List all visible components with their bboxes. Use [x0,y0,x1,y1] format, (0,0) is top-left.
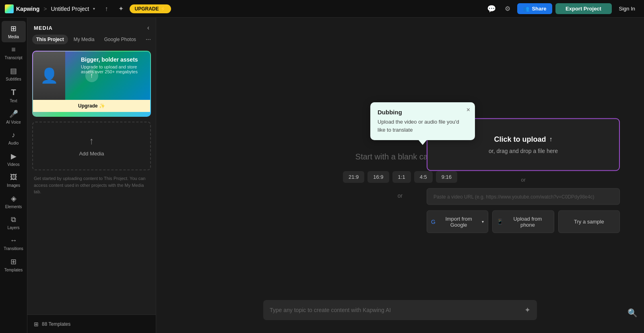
templates-count-bar: ⊞ 88 Templates [27,314,156,333]
add-media-label: Add Media [79,151,104,157]
share-button[interactable]: 👥 Share [517,3,552,14]
sidebar-text-label: Text [10,99,17,103]
tab-this-project[interactable]: This Project [32,35,68,44]
sidebar-item-transitions[interactable]: ↔ Transitions [2,233,26,254]
sidebar-item-aivoice[interactable]: 🎤 AI Voice [2,106,26,128]
aivoice-icon: 🎤 [9,110,18,118]
upgrade-card-inner: 👤 ↑ Bigger, bolder assets Upgrade to upl… [33,52,150,116]
transcript-icon: ≡ [11,46,16,54]
or-separator: or [398,192,402,199]
media-hint: Get started by uploading content to This… [32,175,151,195]
upgrade-button[interactable]: UPGRADE ⚡ [130,4,171,13]
tab-my-media[interactable]: My Media [70,35,99,44]
templates-grid-icon: ⊞ [34,321,39,327]
media-panel-title: MEDIA [34,25,53,31]
breadcrumb-sep: > [43,6,47,12]
ratio-1-1[interactable]: 1:1 [392,171,411,183]
sidebar-audio-label: Audio [8,141,19,145]
media-collapse-button[interactable]: ‹ [147,24,149,31]
ai-input-placeholder: Type any topic to create content with Ka… [270,307,391,313]
kapwing-logo-icon [5,4,14,13]
upgrade-card-button[interactable]: Upgrade ✨ [33,100,150,112]
share-icon: 👥 [523,6,529,12]
sidebar-item-transcript[interactable]: ≡ Transcript [2,42,26,63]
or-text-upload: or [521,176,526,182]
logo: Kapwing [5,4,39,13]
transitions-icon: ↔ [10,236,17,245]
tab-google-photos[interactable]: Google Photos [100,35,140,44]
ai-sparkle-icon: ✦ [524,306,530,314]
url-placeholder-text: Paste a video URL (e.g. https://www.yout… [433,194,594,199]
media-tabs: This Project My Media Google Photos ··· [27,35,156,48]
media-panel-header: MEDIA ‹ [27,18,156,35]
sidebar-images-label: Images [7,183,20,188]
sidebar-item-images[interactable]: 🖼 Images [2,170,26,191]
media-content: 👤 ↑ Bigger, bolder assets Upgrade to upl… [27,48,156,314]
sidebar-item-subtitles[interactable]: ▤ Subtitles [2,63,26,85]
dubbing-tooltip-body: Upload the video or audio file you'd lik… [378,118,468,134]
ratio-21-9[interactable]: 21:9 [343,171,364,183]
topbar-right: 💬 ⚙ 👥 Share Export Project Sign In [485,2,639,15]
topbar-actions: ↑ ✦ UPGRADE ⚡ [101,3,171,14]
elements-icon: ◈ [11,194,17,203]
upload-arrow-icon: ↑ [549,136,553,143]
upgrade-card-person-image: 👤 [33,52,65,100]
upload-phone-button[interactable]: 📱 Upload from phone [492,210,554,233]
upload-zone-subtitle: or, drag and drop a file here [489,147,558,154]
search-button[interactable]: 🔍 [627,308,638,318]
comments-button[interactable]: 💬 [485,2,498,15]
logo-text: Kapwing [16,6,39,12]
sidebar-item-audio[interactable]: ♪ Audio [2,128,26,149]
dubbing-tooltip-title: Dubbing [378,109,468,116]
sidebar-item-templates[interactable]: ⊞ Templates [2,254,26,275]
upgrade-card-title: Bigger, bolder assets [81,56,145,63]
sidebar-aivoice-label: AI Voice [6,120,21,124]
images-icon: 🖼 [10,173,17,182]
magic-icon-btn[interactable]: ✦ [115,3,126,14]
upload-zone-title: Click to upload ↑ [494,135,552,143]
upgrade-card-text: Bigger, bolder assets Upgrade to upload … [81,56,145,74]
sidebar-subtitles-label: Subtitles [6,77,21,81]
media-tabs-more-button[interactable]: ··· [146,36,151,43]
upload-icon-btn[interactable]: ↑ [101,3,112,14]
media-icon: ⊞ [10,24,17,33]
project-dropdown-arrow[interactable]: ▾ [93,6,95,11]
topbar: Kapwing > Untitled Project ▾ ↑ ✦ UPGRADE… [0,0,644,18]
templates-icon: ⊞ [10,257,17,266]
sidebar-item-layers[interactable]: ⧉ Layers [2,212,26,233]
layers-icon: ⧉ [11,215,16,224]
url-paste-box[interactable]: Paste a video URL (e.g. https://www.yout… [427,188,620,205]
import-google-button[interactable]: G Import from Google ▾ [427,210,488,233]
sidebar-transitions-label: Transitions [4,246,23,251]
upgrade-card-bg: 👤 ↑ Bigger, bolder assets Upgrade to upl… [33,52,150,100]
upload-text: Click to upload [494,135,546,143]
try-sample-button[interactable]: Try a sample [558,210,620,233]
upgrade-card-description: Upgrade to upload and store assets over … [81,64,145,74]
settings-button[interactable]: ⚙ [501,2,514,15]
google-icon: G [431,218,436,225]
export-button[interactable]: Export Project [555,3,612,14]
ratio-16-9[interactable]: 16:9 [367,171,389,183]
canvas-area: Start with a blank canvas 21:9 16:9 1:1 … [156,18,644,333]
sidebar-layers-label: Layers [7,225,19,230]
text-icon: T [11,88,16,97]
sidebar-item-videos[interactable]: ▶ Videos [2,149,26,170]
phone-icon: 📱 [497,219,503,225]
media-panel: MEDIA ‹ This Project My Media Google Pho… [27,18,156,333]
tooltip-arrow [419,140,427,145]
sidebar-item-media[interactable]: ⊞ Media [2,21,26,42]
templates-count-label: 88 Templates [42,321,70,327]
sidebar-transcript-label: Transcript [4,56,22,60]
dubbing-tooltip-close-button[interactable]: × [466,106,470,114]
sidebar-elements-label: Elements [5,205,22,209]
upload-action-buttons: G Import from Google ▾ 📱 Upload from pho… [427,210,620,233]
ai-input-bar[interactable]: Type any topic to create content with Ka… [263,300,537,320]
add-media-box[interactable]: ↑ Add Media [32,122,151,170]
sidebar-item-text[interactable]: T Text [2,85,26,106]
signin-button[interactable]: Sign In [615,3,639,14]
sidebar-media-label: Media [8,35,19,39]
upgrade-card: 👤 ↑ Bigger, bolder assets Upgrade to upl… [32,51,151,117]
project-name[interactable]: Untitled Project [51,6,89,12]
audio-icon: ♪ [12,131,15,139]
sidebar-item-elements[interactable]: ◈ Elements [2,191,26,212]
